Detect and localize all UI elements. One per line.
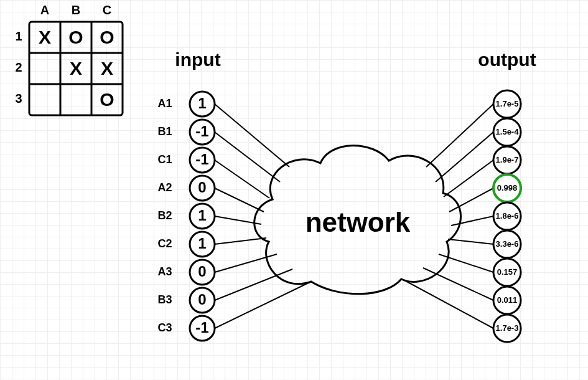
svg-line-18 [451, 216, 493, 226]
input-column: A11B1-1C1-1A20B21C21A30B30C3-1 [157, 92, 215, 341]
row-header-3: 3 [15, 92, 22, 105]
cell-B1: O [68, 27, 83, 47]
svg-line-8 [215, 188, 264, 212]
network-label: network [306, 207, 411, 237]
output-value: 1.7e-5 [496, 99, 519, 108]
output-value: 3.3e-6 [496, 239, 519, 249]
cell-A1: X [39, 27, 51, 47]
input-label: A1 [157, 97, 172, 110]
tictactoe-board: A B C 1 2 3 X O O X X O [15, 3, 123, 115]
svg-line-20 [439, 254, 493, 272]
input-value: 1 [198, 235, 206, 252]
input-label: B3 [157, 293, 172, 306]
col-header-B: B [72, 3, 80, 17]
cell-C2: X [101, 58, 113, 78]
svg-line-6 [215, 132, 280, 182]
input-value: -1 [195, 123, 208, 140]
output-value: 0.157 [497, 267, 518, 277]
output-value: 0.998 [497, 183, 518, 192]
svg-line-5 [215, 104, 289, 167]
input-value: 0 [198, 291, 206, 308]
svg-line-13 [215, 282, 311, 328]
input-value: -1 [195, 151, 208, 168]
output-value: 1.7e-3 [496, 323, 519, 333]
input-value: 1 [198, 95, 206, 112]
col-header-A: A [40, 3, 49, 17]
output-column: 1.7e-51.5e-41.9e-70.9981.8e-63.3e-60.157… [493, 90, 521, 342]
input-heading: input [175, 49, 220, 70]
svg-line-22 [404, 280, 493, 328]
output-value: 0.011 [497, 295, 518, 305]
input-value: 0 [198, 179, 206, 196]
svg-line-19 [448, 239, 493, 244]
svg-line-10 [215, 238, 266, 244]
input-label: B1 [157, 125, 172, 138]
output-value: 1.8e-6 [496, 211, 519, 221]
output-value: 1.9e-7 [496, 155, 519, 164]
col-header-C: C [103, 3, 111, 17]
input-label: B2 [157, 209, 172, 222]
svg-line-14 [426, 104, 493, 167]
output-value: 1.5e-4 [496, 127, 520, 136]
input-label: C1 [157, 153, 172, 166]
row-header-1: 1 [15, 29, 22, 43]
input-label: C2 [157, 237, 172, 250]
diagram-stage: A B C 1 2 3 X O O X X O input output [0, 0, 588, 380]
output-heading: output [478, 49, 536, 70]
input-value: 1 [198, 207, 206, 224]
input-label: A2 [157, 181, 172, 194]
cell-C3: O [100, 89, 114, 110]
input-label: A3 [157, 265, 172, 278]
svg-line-16 [444, 160, 493, 197]
input-value: 0 [198, 263, 206, 280]
row-header-2: 2 [15, 60, 22, 74]
cell-C1: O [100, 27, 114, 47]
input-label: C3 [157, 321, 172, 334]
input-value: -1 [195, 319, 208, 336]
cell-B2: X [70, 58, 82, 78]
svg-line-15 [436, 132, 493, 182]
